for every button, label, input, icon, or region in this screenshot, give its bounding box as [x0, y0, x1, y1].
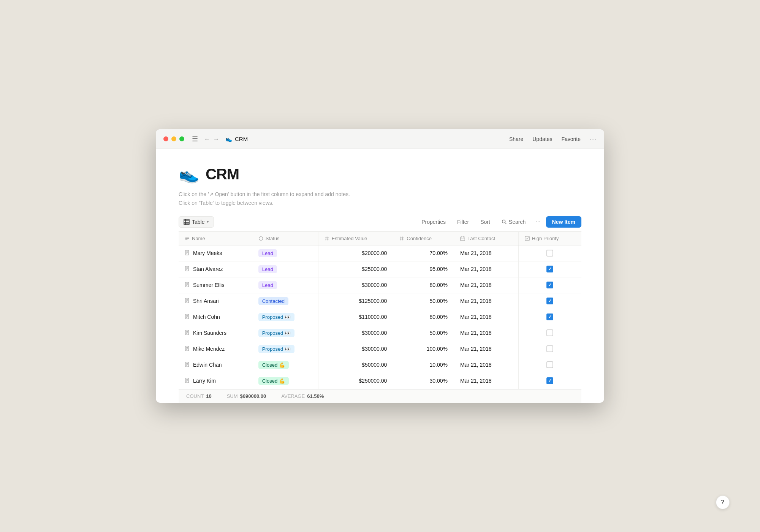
- hash-icon-1: [325, 236, 329, 241]
- page-description: Click on the '↗ Open' button in the firs…: [179, 190, 581, 207]
- filter-button[interactable]: Filter: [453, 217, 473, 227]
- properties-button[interactable]: Properties: [417, 217, 450, 227]
- properties-label: Properties: [421, 219, 446, 225]
- description-line1: Click on the '↗ Open' button in the firs…: [179, 190, 581, 198]
- more-options-button[interactable]: ···: [590, 135, 597, 143]
- priority-checkbox[interactable]: [546, 361, 553, 368]
- high-priority-cell: [525, 250, 575, 256]
- name-cell: Kim Saunders: [185, 330, 246, 336]
- table-row: Mary Meeks Lead$20000.0070.00%Mar 21, 20…: [179, 245, 581, 261]
- high-priority-cell: [525, 266, 575, 272]
- name-cell: Stan Alvarez: [185, 266, 246, 272]
- table-row: Kim Saunders Proposed 👀$30000.0050.00%Ma…: [179, 325, 581, 341]
- name-cell: Larry Kim: [185, 378, 246, 384]
- brand-icon: 👟: [225, 136, 233, 142]
- page-icon: 👟: [179, 164, 200, 184]
- estimated-value-cell: $30000.00: [318, 277, 393, 293]
- calendar-icon: [460, 236, 465, 241]
- favorite-button[interactable]: Favorite: [561, 136, 581, 142]
- col-high-priority[interactable]: High Priority: [518, 232, 581, 245]
- page-content: 👟 CRM Click on the '↗ Open' button in th…: [156, 149, 604, 403]
- minimize-button[interactable]: [171, 136, 176, 141]
- priority-checkbox[interactable]: [546, 314, 553, 320]
- share-button[interactable]: Share: [509, 136, 523, 142]
- estimated-value-cell: $50000.00: [318, 357, 393, 373]
- high-priority-cell: [525, 298, 575, 304]
- status-badge: Lead: [258, 265, 277, 273]
- svg-line-12: [328, 237, 328, 241]
- search-button[interactable]: Search: [497, 217, 530, 227]
- last-contact-cell: Mar 21, 2018: [454, 373, 519, 389]
- priority-checkbox[interactable]: [546, 377, 553, 384]
- menu-icon[interactable]: ☰: [192, 135, 198, 143]
- col-status[interactable]: Status: [252, 232, 318, 245]
- text-icon: [185, 236, 190, 241]
- last-contact-cell: Mar 21, 2018: [454, 357, 519, 373]
- last-contact-cell: Mar 21, 2018: [454, 309, 519, 325]
- confidence-cell: 30.00%: [393, 373, 454, 389]
- high-priority-cell: [525, 361, 575, 368]
- col-estimated-value[interactable]: Estimated Value: [318, 232, 393, 245]
- estimated-value-cell: $30000.00: [318, 325, 393, 341]
- name-cell: Mike Mendez: [185, 346, 246, 352]
- status-badge: Proposed 👀: [258, 329, 294, 337]
- estimated-value-cell: $25000.00: [318, 261, 393, 277]
- name-cell: Mary Meeks: [185, 250, 246, 256]
- svg-rect-23: [525, 236, 529, 241]
- doc-icon: [185, 250, 190, 256]
- status-badge: Closed 💪: [258, 361, 289, 369]
- confidence-cell: 80.00%: [393, 309, 454, 325]
- status-badge: Contacted: [258, 297, 288, 305]
- svg-line-15: [401, 237, 401, 241]
- priority-checkbox[interactable]: [546, 298, 553, 304]
- table-body: Mary Meeks Lead$20000.0070.00%Mar 21, 20…: [179, 245, 581, 389]
- close-button[interactable]: [163, 136, 168, 141]
- svg-rect-19: [461, 237, 465, 241]
- high-priority-cell: [525, 314, 575, 320]
- updates-button[interactable]: Updates: [532, 136, 552, 142]
- description-line2: Click on 'Table' to toggle between views…: [179, 199, 581, 207]
- footer-count: COUNT 10: [186, 393, 212, 399]
- doc-icon: [185, 330, 190, 336]
- footer-average: AVERAGE 61.50%: [281, 393, 324, 399]
- svg-line-6: [505, 223, 507, 224]
- confidence-cell: 70.00%: [393, 245, 454, 261]
- priority-checkbox[interactable]: [546, 250, 553, 256]
- view-toggle-button[interactable]: Table ▾: [179, 216, 214, 228]
- forward-button[interactable]: →: [213, 136, 219, 142]
- priority-checkbox[interactable]: [546, 266, 553, 272]
- table-row: Stan Alvarez Lead$25000.0095.00%Mar 21, …: [179, 261, 581, 277]
- sort-button[interactable]: Sort: [476, 217, 495, 227]
- estimated-value-cell: $110000.00: [318, 309, 393, 325]
- table-row: Summer Ellis Lead$30000.0080.00%Mar 21, …: [179, 277, 581, 293]
- confidence-cell: 50.00%: [393, 293, 454, 309]
- toolbar-more-button[interactable]: ···: [532, 216, 543, 228]
- name-cell: Summer Ellis: [185, 282, 246, 288]
- doc-icon: [185, 298, 190, 304]
- footer-sum: SUM $690000.00: [227, 393, 266, 399]
- priority-checkbox[interactable]: [546, 345, 553, 352]
- help-button[interactable]: ?: [716, 496, 730, 509]
- last-contact-cell: Mar 21, 2018: [454, 277, 519, 293]
- high-priority-cell: [525, 282, 575, 288]
- priority-checkbox[interactable]: [546, 329, 553, 336]
- svg-point-5: [502, 220, 505, 223]
- col-confidence[interactable]: Confidence: [393, 232, 454, 245]
- priority-checkbox[interactable]: [546, 282, 553, 288]
- confidence-cell: 50.00%: [393, 325, 454, 341]
- titlebar-actions: Share Updates Favorite ···: [509, 135, 597, 143]
- new-item-button[interactable]: New Item: [546, 216, 581, 228]
- col-name[interactable]: Name: [179, 232, 252, 245]
- data-table-container: Name Status: [179, 231, 581, 389]
- page-title: CRM: [206, 166, 239, 183]
- count-label: COUNT: [186, 393, 204, 399]
- back-button[interactable]: ←: [204, 136, 210, 142]
- estimated-value-cell: $30000.00: [318, 341, 393, 357]
- estimated-value-cell: $125000.00: [318, 293, 393, 309]
- maximize-button[interactable]: [179, 136, 184, 141]
- last-contact-cell: Mar 21, 2018: [454, 341, 519, 357]
- brand-label: CRM: [235, 136, 248, 142]
- col-last-contact[interactable]: Last Contact: [454, 232, 519, 245]
- sum-value: $690000.00: [240, 393, 266, 399]
- high-priority-cell: [525, 377, 575, 384]
